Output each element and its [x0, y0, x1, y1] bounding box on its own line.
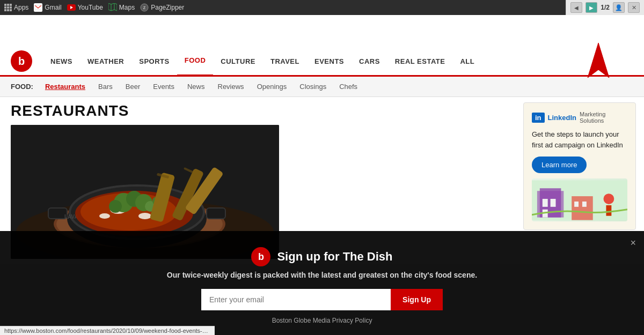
nav-item-weather[interactable]: WEATHER — [80, 47, 131, 76]
gmail-icon — [34, 3, 42, 12]
sub-nav-closings[interactable]: Closings — [293, 77, 333, 97]
sub-nav-beer[interactable]: Beer — [119, 77, 147, 97]
nav-spacer — [0, 15, 644, 47]
sub-nav-label: FOOD: — [11, 83, 33, 91]
linkedin-learn-button[interactable]: Learn more — [532, 157, 587, 173]
privacy-policy-link[interactable]: Boston Globe Media Privacy Policy — [11, 317, 633, 324]
svg-rect-0 — [34, 3, 42, 12]
gmail-label: Gmail — [45, 4, 61, 11]
main-nav: b NEWS WEATHER SPORTS FOOD CULTURE TRAVE… — [0, 47, 644, 77]
svg-point-24 — [99, 213, 110, 219]
svg-point-45 — [604, 193, 614, 204]
pagezipper-toolbar-item[interactable]: Z PageZipper — [140, 3, 184, 12]
svg-rect-46 — [606, 205, 611, 215]
nav-item-sports[interactable]: SPORTS — [131, 47, 177, 76]
youtube-toolbar-item[interactable]: YouTube — [67, 3, 103, 12]
sub-nav-reviews[interactable]: Reviews — [211, 77, 251, 97]
pagezipper-label: PageZipper — [151, 4, 184, 11]
close-toolbar-button[interactable]: ✕ — [628, 2, 640, 13]
youtube-label: YouTube — [78, 4, 103, 11]
svg-rect-18 — [207, 208, 225, 219]
person-icon-button[interactable]: 👤 — [613, 2, 625, 13]
youtube-icon — [67, 3, 76, 12]
apps-label: Apps — [14, 4, 28, 11]
svg-point-23 — [138, 213, 151, 219]
svg-marker-4 — [108, 3, 117, 11]
email-input[interactable] — [201, 289, 391, 310]
sub-nav-news[interactable]: News — [181, 77, 211, 97]
nav-item-news[interactable]: NEWS — [43, 47, 80, 76]
forward-button[interactable]: ▶ — [586, 2, 597, 13]
nav-item-cars[interactable]: CARS — [352, 47, 387, 76]
sub-nav-bars[interactable]: Bars — [92, 77, 119, 97]
linkedin-ad-text: Get the steps to launch your first ad ca… — [532, 129, 627, 150]
nav-item-travel[interactable]: TRAVEL — [263, 47, 307, 76]
back-button[interactable]: ◀ — [570, 2, 582, 13]
linkedin-solutions: Marketing Solutions — [580, 111, 627, 124]
maps-label: Maps — [119, 4, 135, 11]
site-logo[interactable]: b — [11, 50, 32, 72]
sub-nav: FOOD: Restaurants Bars Beer Events News … — [0, 77, 644, 97]
svg-rect-40 — [551, 199, 556, 207]
maps-toolbar-item[interactable]: Maps — [108, 3, 135, 12]
pagezipper-icon: Z — [140, 3, 149, 12]
page-title: RESTAURANTS — [11, 102, 504, 120]
svg-rect-43 — [574, 201, 579, 206]
nav-item-culture[interactable]: CULTURE — [213, 47, 263, 76]
svg-point-28 — [109, 200, 122, 213]
linkedin-badge: in — [532, 113, 545, 123]
top-right-toolbar: ◀ ▶ 1/2 👤 ✕ — [566, 0, 644, 15]
sub-nav-restaurants[interactable]: Restaurants — [39, 77, 92, 97]
signup-button[interactable]: Sign Up — [391, 289, 443, 310]
popup-title: Sign up for The Dish — [277, 250, 392, 264]
gmail-toolbar-item[interactable]: Gmail — [34, 3, 61, 12]
linkedin-brand: LinkedIn — [548, 114, 576, 122]
maps-icon — [108, 3, 117, 12]
nav-item-realestate[interactable]: REAL ESTATE — [387, 47, 453, 76]
linkedin-illustration — [532, 178, 627, 221]
status-bar: https://www.boston.com/food/restaurants/… — [0, 326, 215, 335]
svg-rect-44 — [582, 201, 587, 206]
browser-toolbar: Apps Gmail YouTube Maps — [0, 0, 644, 15]
nav-item-events[interactable]: EVENTS — [307, 47, 352, 76]
svg-rect-39 — [543, 199, 548, 207]
nav-item-food[interactable]: FOOD — [177, 47, 214, 76]
popup-subtitle: Our twice-weekly digest is packed with t… — [11, 271, 633, 279]
svg-text:Z: Z — [143, 6, 146, 10]
popup-close-button[interactable]: × — [630, 237, 636, 249]
linkedin-logo: in LinkedIn Marketing Solutions — [532, 111, 627, 124]
nav-items: NEWS WEATHER SPORTS FOOD CULTURE TRAVEL … — [43, 47, 633, 76]
nav-item-all[interactable]: ALL — [452, 47, 482, 76]
popup-form: Sign Up — [201, 289, 443, 310]
apps-grid-icon — [4, 4, 12, 11]
popup-overlay: × b Sign up for The Dish Our twice-weekl… — [0, 231, 644, 335]
svg-rect-42 — [572, 196, 593, 220]
popup-header: b Sign up for The Dish — [11, 247, 633, 266]
sub-nav-events[interactable]: Events — [147, 77, 181, 97]
linkedin-ad: in LinkedIn Marketing Solutions Get the … — [523, 102, 636, 230]
apps-toolbar-item[interactable]: Apps — [4, 4, 28, 11]
popup-logo: b — [251, 247, 270, 266]
sub-nav-chefs[interactable]: Chefs — [333, 77, 364, 97]
sub-nav-openings[interactable]: Openings — [251, 77, 294, 97]
page-number: 1/2 — [601, 4, 610, 11]
